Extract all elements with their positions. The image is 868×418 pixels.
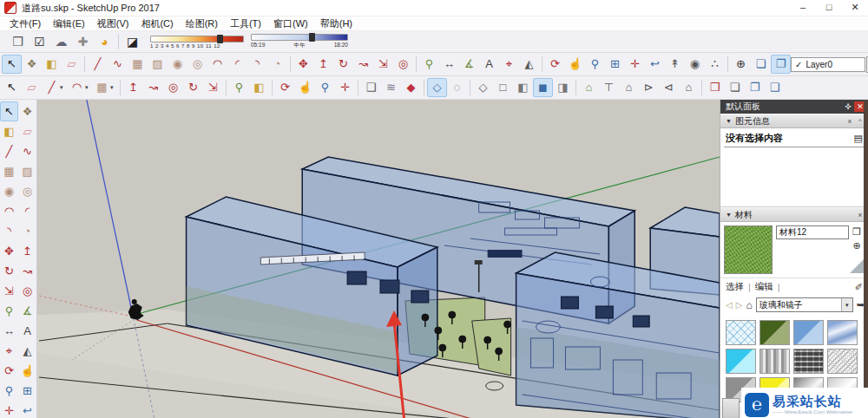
tape-measure-tool[interactable]: ⚲	[419, 55, 439, 74]
component-thumbnail[interactable]	[722, 398, 740, 418]
layout-circle-icon[interactable]: ◕	[94, 32, 115, 51]
iso-view-button[interactable]: ⌂	[579, 78, 599, 97]
move-tool[interactable]: ✥	[293, 55, 313, 74]
orbit-tool-2[interactable]: ⟳	[275, 78, 295, 97]
circle-tool[interactable]: ◉	[168, 55, 187, 74]
add-extension-icon[interactable]: ✚	[72, 32, 94, 51]
zoom-extents-tool-2[interactable]: ✛	[335, 78, 355, 97]
scale-tool-2[interactable]: ⇲	[203, 78, 223, 97]
eraser-tool-2[interactable]: ▱	[22, 78, 42, 97]
layer-dropdown[interactable]: ✓ Layer0	[791, 57, 865, 72]
collection-caret-icon[interactable]: ▾	[841, 298, 852, 311]
position-camera-tool[interactable]: ↟	[665, 55, 685, 74]
lt-scale-tool[interactable]: ⇲	[0, 281, 18, 301]
walk-tool[interactable]: ∴	[705, 55, 725, 74]
time-slider-handle[interactable]	[309, 33, 315, 42]
zoom-extents-tool[interactable]: ✛	[625, 55, 645, 74]
materials-header[interactable]: ▼ 材料 ×	[720, 207, 868, 222]
pan-tool-2[interactable]: ☝	[295, 78, 315, 97]
minimize-button[interactable]: –	[790, 0, 816, 16]
lt-zoom-previous-tool[interactable]: ↩	[18, 401, 36, 418]
swatch-green-glass[interactable]	[760, 320, 790, 345]
text-tool[interactable]: A	[479, 55, 499, 74]
rectangle-tool[interactable]: ▦	[128, 55, 148, 74]
follow-me-tool-2[interactable]: ↝	[143, 78, 163, 97]
collection-dropdown[interactable]: 玻璃和镜子 ▾	[756, 297, 853, 312]
front-view-button[interactable]: ⌂	[619, 78, 639, 97]
tab-edit[interactable]: 编辑	[755, 281, 773, 293]
material-preview-grass[interactable]	[724, 225, 773, 274]
menu-tools[interactable]: 工具(T)	[224, 17, 267, 30]
display-section-cuts-button-2[interactable]: ❐	[745, 78, 765, 97]
collapse-triangle-icon-2[interactable]: ▼	[726, 212, 732, 218]
polygon-tool[interactable]: ◎	[187, 55, 207, 74]
swatch-cyan-glass[interactable]	[726, 349, 756, 374]
line-tool[interactable]: ╱	[88, 55, 108, 74]
menu-window[interactable]: 窗口(W)	[267, 17, 314, 30]
lt-make-component-tool[interactable]: ❖	[18, 101, 36, 121]
wireframe-mode-button[interactable]: ◇	[473, 78, 493, 97]
warehouse-cloud-icon[interactable]: ☁	[50, 32, 72, 51]
offset-tool-2[interactable]: ◎	[163, 78, 183, 97]
swatch-corrugated-glass[interactable]	[760, 349, 790, 374]
lt-rectangle-tool[interactable]: ▦	[0, 161, 18, 181]
push-pull-tool[interactable]: ↥	[313, 55, 333, 74]
hidden-line-mode-button[interactable]: □	[493, 78, 513, 97]
lt-pie-tool[interactable]: ◔	[18, 221, 36, 241]
lt-line-tool[interactable]: ╱	[0, 141, 18, 161]
shaded-mode-button[interactable]: ◧	[513, 78, 533, 97]
menu-camera[interactable]: 相机(C)	[135, 17, 179, 30]
paint-bucket-tool-2[interactable]: ◧	[249, 78, 269, 97]
three-point-arc-tool[interactable]: ◝	[247, 55, 267, 74]
display-section-cuts-button[interactable]: ❐	[771, 55, 791, 74]
swatch-obscure-glass[interactable]	[793, 349, 824, 374]
section-plane-tool[interactable]: ❒	[705, 78, 725, 97]
tab-select[interactable]: 选择	[726, 281, 744, 293]
lt-paint-bucket-tool[interactable]: ◧	[0, 121, 18, 141]
swatch-frosted-glass[interactable]	[827, 349, 858, 374]
look-around-tool[interactable]: ◉	[685, 55, 705, 74]
entity-info-close-icon[interactable]: ×	[845, 117, 855, 126]
dimension-tool[interactable]: ↔	[439, 55, 459, 74]
back-edges-mode-button[interactable]: ◌	[447, 78, 467, 97]
paint-bucket-tool[interactable]: ◧	[42, 55, 62, 74]
building-box-right[interactable]	[516, 252, 720, 418]
swatch-blue-glass[interactable]	[793, 320, 824, 345]
rotated-rectangle-tool[interactable]: ▨	[148, 55, 168, 74]
lt-dimension-tool[interactable]: ↔	[0, 321, 18, 341]
date-slider-handle[interactable]	[217, 35, 223, 43]
shaded-textures-mode-button[interactable]: ◼	[533, 78, 553, 97]
lt-tape-measure-tool[interactable]: ⚲	[0, 301, 18, 321]
rotate-tool-2[interactable]: ↻	[183, 78, 203, 97]
zoom-window-tool[interactable]: ⊞	[605, 55, 625, 74]
left-view-button[interactable]: ⌂	[679, 78, 699, 97]
lt-arc-tool[interactable]: ◠	[0, 201, 18, 221]
viewport[interactable]	[37, 100, 720, 418]
lt-text-tool[interactable]: A	[18, 321, 36, 341]
lt-push-pull-tool[interactable]: ↥	[18, 241, 36, 261]
shadow-date-slider[interactable]: 1 2 3 4 5 6 7 8 9 10 11 12	[150, 36, 244, 49]
forward-collection-icon[interactable]: ▷	[736, 300, 743, 310]
entity-info-header[interactable]: ▼ 图元信息 × ^	[720, 114, 868, 128]
viewport-canvas[interactable]	[37, 100, 720, 418]
create-material-icon[interactable]: ⊕	[852, 240, 860, 251]
zoom-previous-tool[interactable]: ↩	[645, 55, 665, 74]
sketchup-model-icon[interactable]: ❒	[7, 32, 29, 51]
menu-help[interactable]: 帮助(H)	[314, 17, 358, 30]
swatch-translucent-glass[interactable]	[726, 320, 756, 345]
axes-origin-toggle[interactable]: ⊕	[731, 55, 751, 74]
display-section-planes-button-2[interactable]: ❏	[725, 78, 745, 97]
lt-offset-tool[interactable]: ◎	[18, 281, 36, 301]
close-button[interactable]: ✕	[842, 0, 868, 16]
follow-me-tool[interactable]: ↝	[353, 55, 373, 74]
home-collections-icon[interactable]: ⌂	[746, 299, 752, 311]
pie-tool[interactable]: ◔	[267, 55, 287, 74]
protractor-tool[interactable]: ∡	[459, 55, 479, 74]
three-d-text-tool[interactable]: ◭	[519, 55, 539, 74]
lt-move-tool[interactable]: ✥	[0, 241, 18, 261]
section-fill-button[interactable]: ❑	[765, 78, 785, 97]
maximize-button[interactable]: □	[816, 0, 842, 16]
menu-edit[interactable]: 编辑(E)	[47, 17, 91, 30]
x-ray-mode-button[interactable]: ◇	[427, 78, 447, 97]
arc-tool[interactable]: ◠	[207, 55, 227, 74]
